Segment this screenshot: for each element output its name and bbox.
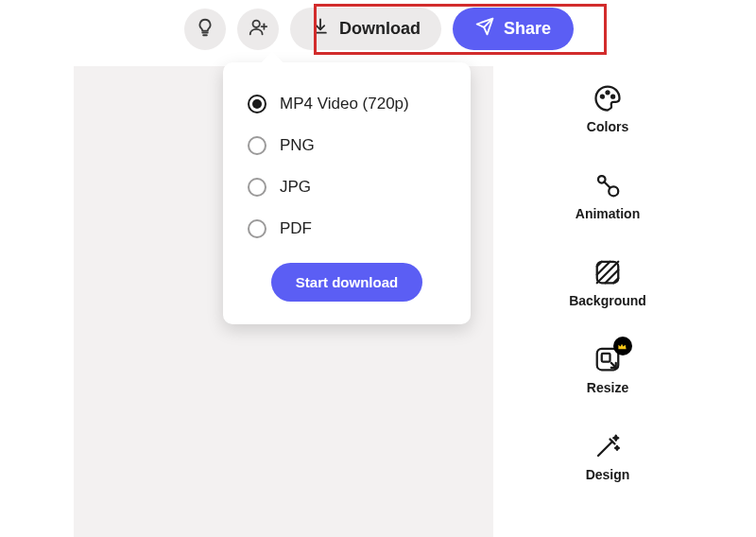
side-label: Animation xyxy=(576,206,640,221)
premium-crown-icon xyxy=(613,337,632,355)
radio-icon xyxy=(248,136,266,155)
svg-point-5 xyxy=(611,95,614,98)
add-person-button[interactable] xyxy=(237,9,279,50)
format-option-pdf[interactable]: PDF xyxy=(240,208,454,250)
side-item-design[interactable]: Design xyxy=(586,431,630,482)
format-option-jpg[interactable]: JPG xyxy=(240,166,454,208)
svg-rect-16 xyxy=(602,354,610,362)
svg-point-0 xyxy=(253,20,260,26)
top-toolbar: Download Share xyxy=(184,8,574,50)
share-label: Share xyxy=(504,19,551,39)
radio-icon xyxy=(248,178,266,197)
download-button[interactable]: Download xyxy=(290,8,441,50)
side-item-colors[interactable]: Colors xyxy=(587,83,628,134)
side-label: Design xyxy=(586,467,630,482)
resize-icon xyxy=(593,344,623,374)
dropdown-notch xyxy=(262,52,284,74)
format-option-png[interactable]: PNG xyxy=(240,125,454,166)
animation-icon xyxy=(593,170,623,200)
magic-wand-icon xyxy=(593,431,623,461)
format-label: PDF xyxy=(280,219,312,238)
side-panel: Colors Animation Background xyxy=(556,83,660,482)
svg-point-4 xyxy=(607,91,610,94)
format-option-mp4[interactable]: MP4 Video (720p) xyxy=(240,83,454,125)
idea-button[interactable] xyxy=(184,9,226,50)
lightbulb-icon xyxy=(195,17,215,42)
side-item-animation[interactable]: Animation xyxy=(576,170,640,221)
side-item-background[interactable]: Background xyxy=(569,257,646,308)
format-label: PNG xyxy=(280,136,315,155)
download-dropdown: MP4 Video (720p) PNG JPG PDF Start downl… xyxy=(223,62,471,324)
side-label: Background xyxy=(569,293,646,308)
download-icon xyxy=(311,17,330,41)
side-label: Resize xyxy=(587,380,628,395)
svg-point-3 xyxy=(601,95,604,98)
format-label: JPG xyxy=(280,178,311,197)
share-button[interactable]: Share xyxy=(453,8,574,50)
palette-icon xyxy=(593,83,623,113)
side-label: Colors xyxy=(587,119,628,134)
svg-line-8 xyxy=(604,182,610,187)
start-download-button[interactable]: Start download xyxy=(271,263,422,302)
download-label: Download xyxy=(339,19,421,39)
background-icon xyxy=(593,257,623,287)
radio-icon xyxy=(248,219,266,238)
add-person-icon xyxy=(248,17,268,42)
send-icon xyxy=(475,17,494,41)
format-label: MP4 Video (720p) xyxy=(280,95,409,113)
radio-icon xyxy=(248,95,266,113)
side-item-resize[interactable]: Resize xyxy=(587,344,628,395)
